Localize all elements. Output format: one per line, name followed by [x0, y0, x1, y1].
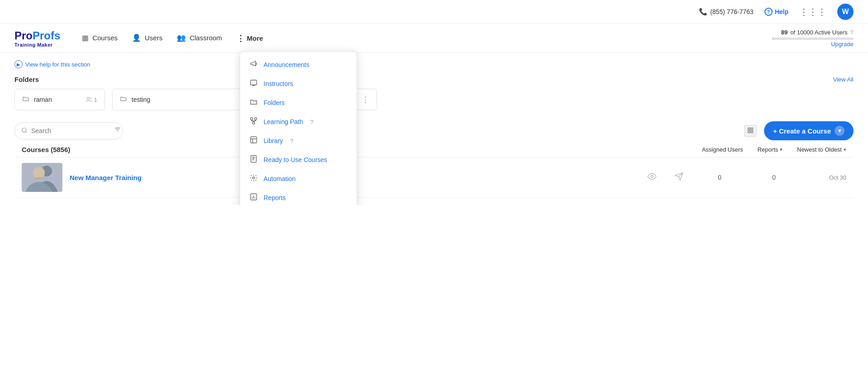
- dropdown-learning-path[interactable]: Learning Path ?: [240, 112, 357, 131]
- user-avatar[interactable]: W: [837, 4, 854, 20]
- sort-header[interactable]: Newest to Oldest ▾: [797, 146, 846, 153]
- folder-name-raman: raman: [34, 96, 52, 103]
- learning-path-label: Learning Path: [264, 118, 303, 125]
- phone-number[interactable]: 📞 (855) 776-7763: [699, 8, 754, 16]
- svg-point-23: [651, 175, 653, 177]
- view-all-link[interactable]: View All: [833, 76, 854, 83]
- folder-icon-raman: [22, 95, 29, 104]
- folder-more-icon-test10[interactable]: ⋮: [361, 95, 369, 105]
- logo-tagline: Training Maker: [14, 42, 60, 48]
- course-visibility-icon[interactable]: [638, 172, 665, 183]
- reports-icon: [249, 193, 258, 203]
- learning-path-help-icon[interactable]: ?: [310, 119, 313, 125]
- course-thumbnail: [22, 163, 62, 192]
- course-row: New Manager Training 0 0 Oct 30: [14, 157, 854, 198]
- create-course-caret-icon: ▾: [835, 126, 844, 136]
- instructors-label: Instructors: [264, 80, 293, 87]
- folder-card-raman[interactable]: raman 1: [14, 89, 105, 110]
- nav-items: ▦ Courses 👤 Users 👥 Classroom ⋮ More: [82, 24, 772, 52]
- nav-users-label: Users: [145, 34, 162, 42]
- svg-point-9: [87, 97, 90, 100]
- svg-rect-0: [250, 80, 257, 85]
- dropdown-folders[interactable]: Folders: [240, 93, 357, 112]
- svg-rect-3: [253, 122, 255, 124]
- search-icon: [21, 127, 28, 135]
- create-course-label: + Create a Course: [773, 127, 831, 135]
- active-users-progress-fill: [772, 38, 773, 40]
- svg-rect-18: [751, 131, 753, 133]
- nav-more[interactable]: ⋮ More: [236, 33, 263, 43]
- active-users-total: of 10000 Active Users: [790, 29, 847, 36]
- more-dots-icon: ⋮: [236, 33, 245, 43]
- svg-rect-16: [751, 128, 753, 129]
- reports-caret-icon: ▾: [780, 147, 783, 153]
- announcements-label: Announcements: [264, 61, 309, 68]
- reports-label: Reports: [264, 194, 286, 201]
- active-users-count: 89: [781, 29, 788, 36]
- svg-rect-17: [748, 131, 750, 133]
- folder-name-testing: testing: [132, 96, 150, 103]
- filter-icon[interactable]: [114, 126, 121, 135]
- dropdown-ready-to-use[interactable]: Ready to Use Courses: [240, 150, 357, 169]
- users-icon: 👤: [132, 33, 141, 42]
- ready-to-use-icon: [249, 155, 258, 165]
- library-help-icon[interactable]: ?: [290, 138, 293, 144]
- dropdown-announcements[interactable]: Announcements: [240, 55, 357, 74]
- active-users-progress-bar: [772, 38, 854, 40]
- nav-courses[interactable]: ▦ Courses: [82, 24, 118, 52]
- active-users-help-icon[interactable]: ?: [850, 29, 854, 36]
- dropdown-automation[interactable]: Automation: [240, 169, 357, 188]
- course-share-icon[interactable]: [665, 172, 693, 183]
- course-date: Oct 30: [801, 174, 846, 181]
- svg-rect-4: [250, 137, 257, 143]
- create-course-button[interactable]: + Create a Course ▾: [764, 121, 854, 140]
- learning-path-icon: [249, 117, 258, 127]
- nav-more-label: More: [247, 34, 263, 42]
- help-button[interactable]: ? Help: [764, 8, 788, 16]
- course-reports: 0: [747, 174, 801, 181]
- sort-caret-icon: ▾: [844, 147, 846, 153]
- folder-icon-testing: [120, 95, 127, 104]
- courses-icon: ▦: [82, 33, 89, 42]
- upgrade-link[interactable]: Upgrade: [831, 41, 854, 48]
- svg-point-22: [33, 167, 45, 179]
- nav-classroom[interactable]: 👥 Classroom: [177, 24, 222, 52]
- library-label: Library: [264, 137, 283, 144]
- main-content: ▶ View help for this section Folders Vie…: [0, 53, 868, 205]
- course-assigned-users: 0: [693, 174, 747, 181]
- reports-header[interactable]: Reports ▾: [757, 146, 783, 153]
- search-box: [14, 122, 123, 139]
- topbar: 📞 (855) 776-7763 ? Help ⋮⋮⋮ W: [0, 0, 868, 24]
- nav-users[interactable]: 👤 Users: [132, 24, 162, 52]
- automation-label: Automation: [264, 175, 296, 182]
- instructors-icon: [249, 79, 258, 89]
- svg-rect-5: [251, 156, 256, 162]
- folders-row: raman 1 testing ⋮: [14, 89, 854, 110]
- dropdown-instructors[interactable]: Instructors: [240, 74, 357, 93]
- svg-rect-2: [255, 118, 257, 120]
- logo[interactable]: ProProfs Training Maker: [14, 29, 60, 48]
- more-dropdown-menu: Announcements Instructors Folders Learni…: [240, 51, 357, 205]
- search-input[interactable]: [31, 127, 110, 134]
- folders-label: Folders: [264, 99, 285, 106]
- active-users-section: 89 of 10000 Active Users ? Upgrade: [772, 29, 854, 48]
- logo-pro: Pro: [14, 29, 33, 42]
- nav-courses-label: Courses: [92, 34, 118, 42]
- folders-section-header: Folders View All: [14, 76, 854, 83]
- svg-rect-1: [250, 118, 253, 120]
- folder-users-raman: 1: [86, 96, 97, 103]
- assigned-users-header: Assigned Users: [702, 146, 743, 153]
- nav-classroom-label: Classroom: [189, 34, 222, 42]
- dropdown-library[interactable]: Library ?: [240, 131, 357, 150]
- view-toggle: [744, 125, 757, 137]
- grid-view-button[interactable]: [744, 125, 757, 137]
- help-section-link[interactable]: ▶ View help for this section: [14, 60, 854, 68]
- apps-grid-icon[interactable]: ⋮⋮⋮: [799, 6, 826, 17]
- dropdown-reports[interactable]: Reports: [240, 188, 357, 205]
- svg-point-11: [22, 128, 26, 132]
- announcements-icon: [249, 60, 258, 70]
- library-icon: [249, 136, 258, 146]
- help-play-icon: ▶: [14, 60, 23, 68]
- folders-icon: [249, 98, 258, 108]
- help-circle-icon: ?: [764, 8, 773, 16]
